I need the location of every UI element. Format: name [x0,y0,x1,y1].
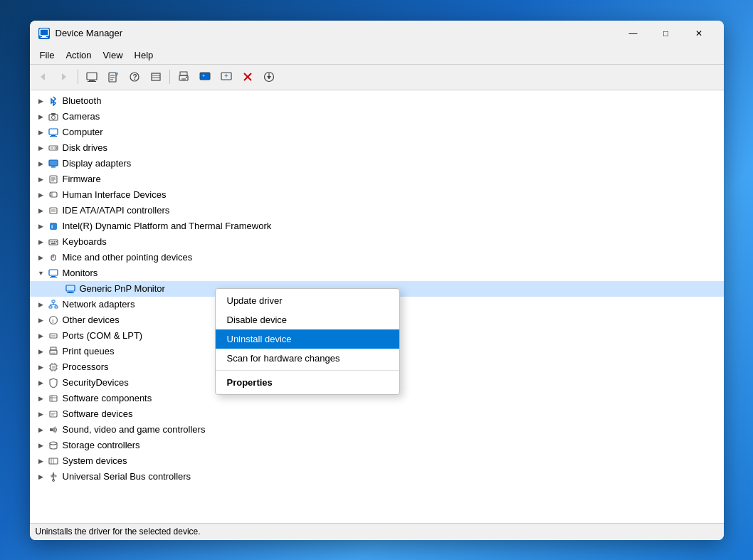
title-bar: Device Manager — □ ✕ [30,21,724,46]
tree-item-firmware[interactable]: ▶ Firmware [30,171,724,187]
tree-item-storage[interactable]: ▶ Storage controllers [30,438,724,453]
forward-button[interactable] [54,67,74,87]
back-button[interactable] [33,67,53,87]
tree-item-system[interactable]: ▶ System devices [30,453,724,469]
device-manager-button[interactable] [82,67,102,87]
expand-monitors[interactable]: ▼ [36,268,47,279]
svg-text:?: ? [115,72,118,77]
ctx-scan-changes[interactable]: Scan for hardware changes [216,349,399,368]
expand-ports[interactable]: ▶ [36,330,47,342]
ctx-uninstall-device[interactable]: Uninstall device [216,329,399,349]
svg-rect-69 [50,277,57,278]
tree-item-keyboards[interactable]: ▶ Keyboards [30,234,724,250]
icon-intel: i [47,220,60,233]
expand-processors[interactable]: ▶ [36,361,47,373]
svg-rect-72 [67,292,74,293]
minimize-button[interactable]: — [617,23,650,44]
tree-item-software-devices[interactable]: ▶ Software devices [30,406,724,422]
expand-network[interactable]: ▶ [36,299,47,310]
svg-rect-75 [55,306,58,308]
ctx-disable-device[interactable]: Disable device [216,310,399,329]
expand-disk-drives[interactable]: ▶ [36,142,47,154]
toolbar-sep-1 [78,70,78,84]
svg-rect-67 [49,270,58,275]
icon-computer [47,126,60,139]
expand-mice[interactable]: ▶ [36,252,47,263]
monitor-button[interactable]: + [195,67,215,87]
icon-firmware [47,173,60,186]
expand-print[interactable]: ▶ [36,346,47,357]
svg-point-50 [50,193,51,194]
ctx-properties[interactable]: Properties [216,373,399,392]
expand-software-devices[interactable]: ▶ [36,408,47,420]
icon-system [47,455,60,467]
menu-file[interactable]: File [34,48,60,62]
icon-generic-pnp [64,282,77,295]
tree-item-sound[interactable]: ▶ Sound, video and game controllers [30,422,724,438]
app-icon [38,28,50,39]
ctx-update-driver[interactable]: Update driver [216,291,399,310]
icon-usb [47,470,60,483]
ctx-separator [216,370,399,371]
label-bluetooth: Bluetooth [63,95,102,106]
expand-usb[interactable]: ▶ [36,471,47,482]
menu-action[interactable]: Action [60,48,97,62]
download-button[interactable] [259,67,279,87]
close-button[interactable]: ✕ [683,23,715,44]
expand-sound[interactable]: ▶ [36,424,47,435]
label-print: Print queues [63,346,115,356]
icon-mice [47,251,60,264]
expand-bluetooth[interactable]: ▶ [36,95,47,107]
svg-rect-37 [50,136,57,137]
tree-item-disk-drives[interactable]: ▶ Disk drives [30,140,724,156]
svg-rect-41 [49,160,58,166]
window-controls: — □ ✕ [617,23,715,44]
expand-software-components[interactable]: ▶ [36,393,47,404]
expand-other[interactable]: ▶ [36,315,47,326]
tree-item-bluetooth[interactable]: ▶ Bluetooth [30,93,724,109]
svg-point-21 [186,77,187,78]
expand-security[interactable]: ▶ [36,377,47,389]
label-firmware: Firmware [63,174,101,184]
tree-item-usb[interactable]: ▶ Universal Serial Bus controllers [30,469,724,485]
tree-item-cameras[interactable]: ▶ Cameras [30,109,724,125]
help-button[interactable]: ? [125,67,144,87]
label-system: System devices [63,455,127,466]
menu-view[interactable]: View [98,48,129,62]
expand-system[interactable]: ▶ [36,455,47,467]
tree-item-hid[interactable]: ▶ Human Interface Devices [30,187,724,203]
expand-ide[interactable]: ▶ [36,205,47,216]
remove-button[interactable] [238,67,258,87]
svg-rect-74 [49,306,52,308]
properties-button[interactable]: ? [103,67,123,87]
tree-item-display-adapters[interactable]: ▶ Display adapters [30,156,724,171]
tree-item-mice[interactable]: ▶ Mice and other pointing devices [30,250,724,265]
expand-display-adapters[interactable]: ▶ [36,158,47,169]
expand-cameras[interactable]: ▶ [36,111,47,122]
svg-rect-5 [87,73,97,80]
icon-sound [47,423,60,436]
label-security: SecurityDevices [63,377,129,388]
list-button[interactable] [146,67,166,87]
expand-hid[interactable]: ▶ [36,189,47,201]
menu-help[interactable]: Help [129,48,159,62]
svg-rect-61 [56,241,57,243]
device-tree[interactable]: ▶ Bluetooth ▶ Cameras ▶ Compu [30,90,724,523]
add-driver-button[interactable]: + [216,67,236,87]
tree-item-computer[interactable]: ▶ Computer [30,125,724,140]
tree-item-intel[interactable]: ▶ i Intel(R) Dynamic Platform and Therma… [30,218,724,234]
label-display-adapters: Display adapters [63,158,132,169]
expand-firmware[interactable]: ▶ [36,174,47,185]
tree-item-monitors[interactable]: ▼ Monitors [30,265,724,281]
expand-storage[interactable]: ▶ [36,440,47,451]
expand-keyboards[interactable]: ▶ [36,236,47,248]
print-button[interactable] [174,67,194,87]
expand-computer[interactable]: ▶ [36,127,47,138]
svg-rect-0 [40,29,48,36]
label-ports: Ports (COM & LPT) [63,330,143,341]
svg-rect-34 [51,113,56,115]
expand-intel[interactable]: ▶ [36,221,47,232]
tree-item-ide[interactable]: ▶ IDE ATA/ATAPI controllers [30,203,724,218]
svg-rect-59 [52,241,53,243]
maximize-button[interactable]: □ [650,23,683,44]
